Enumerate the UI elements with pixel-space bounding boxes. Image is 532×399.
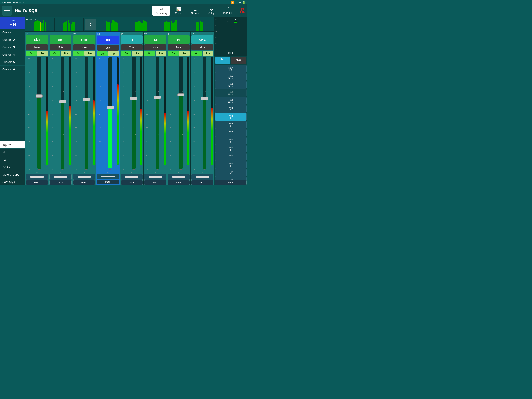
sidebar-item-custom6[interactable]: Custom 6 xyxy=(0,66,25,73)
sidebar-item-custom2[interactable]: Custom 2 xyxy=(0,36,25,44)
channel-name-btn-lp1[interactable]: Kick xyxy=(26,35,48,44)
right-ch-btn-1[interactable]: FX1Send xyxy=(215,73,247,81)
channel-pre-btn-lp1[interactable]: Pre xyxy=(37,51,48,56)
channel-name-btn-lp6[interactable]: T2 xyxy=(144,35,166,44)
fader-track-lp4[interactable]: C G xyxy=(108,58,112,168)
tab-meters[interactable]: 📊 Meters xyxy=(171,6,187,16)
fader-track-lp7[interactable]: C G xyxy=(179,57,183,168)
channel-pre-btn-lp7[interactable]: Pre xyxy=(179,51,190,56)
tab-processing[interactable]: ✉ Processing xyxy=(152,6,170,16)
right-ch-btn-9[interactable]: Aux5 xyxy=(215,137,247,145)
right-ch-btn-3[interactable]: FX3Send xyxy=(215,89,247,97)
right-ch-btn-2[interactable]: FX2Send xyxy=(215,81,247,89)
fader-handle-lp5[interactable] xyxy=(130,97,137,100)
right-ch-btn-14[interactable]: Grp2 xyxy=(215,177,247,180)
fader-track-lp1[interactable]: C G xyxy=(37,57,41,168)
channel-mute-btn-lp2[interactable]: Mute xyxy=(50,45,71,50)
fader-box-lp7[interactable] xyxy=(168,174,190,180)
right-ch-btn-12[interactable]: Aux8 xyxy=(215,161,247,169)
fader-box-lp2[interactable] xyxy=(50,174,72,180)
tab-setup[interactable]: ⚙ Setup xyxy=(204,6,219,16)
fader-box-lp5[interactable] xyxy=(121,174,143,180)
fader-box-lp6[interactable] xyxy=(144,174,166,180)
channel-pre-btn-lp6[interactable]: Pre xyxy=(156,51,166,56)
mute-button-main[interactable]: Mute xyxy=(231,57,246,64)
fader-box-lp1[interactable] xyxy=(26,174,48,180)
fader-box-lp3[interactable] xyxy=(73,174,95,180)
fader-track-lp2[interactable]: C G xyxy=(61,57,64,168)
fader-handle-lp1[interactable] xyxy=(36,95,43,98)
tab-scenes[interactable]: ☰ Scenes xyxy=(187,6,203,16)
right-ch-btn-6[interactable]: Aux2 xyxy=(215,113,247,121)
sidebar-item-mutegroups[interactable]: Mute Groups xyxy=(0,171,25,178)
pafl-btn-lp6[interactable]: PAFL xyxy=(144,180,166,185)
sidebar-item-custom5[interactable]: Custom 5 xyxy=(0,58,25,66)
scroll-arrows-button[interactable]: ▲ ▼ xyxy=(85,19,96,30)
fader-track-lp8[interactable]: C G xyxy=(203,57,206,168)
channel-mute-btn-lp8[interactable]: Mute xyxy=(191,45,213,50)
pafl-btn-lp1[interactable]: PAFL xyxy=(26,180,48,185)
channel-on-btn-lp4[interactable]: On xyxy=(97,51,108,56)
right-ch-btn-4[interactable]: FX4Send xyxy=(215,97,247,105)
fader-track-lp6[interactable]: C G xyxy=(156,57,159,168)
sidebar-item-dcas[interactable]: DCAs xyxy=(0,163,25,171)
pafl-btn-lp7[interactable]: PAFL xyxy=(168,180,190,185)
channel-name-btn-lp8[interactable]: OH L xyxy=(191,35,213,44)
right-ch-btn-8[interactable]: Aux4 xyxy=(215,129,247,137)
channel-mute-btn-lp6[interactable]: Mute xyxy=(144,45,166,50)
fader-box-lp4[interactable] xyxy=(97,174,119,180)
channel-mute-btn-lp3[interactable]: Mute xyxy=(73,45,95,50)
channel-mute-btn-lp4[interactable]: Mute xyxy=(97,45,119,51)
fader-track-lp5[interactable]: C G xyxy=(132,57,136,168)
channel-name-btn-lp5[interactable]: T1 xyxy=(121,35,143,44)
sidebar-item-custom4[interactable]: Custom 4 xyxy=(0,51,25,58)
fader-box-lp8[interactable] xyxy=(191,174,213,180)
channel-name-btn-lp2[interactable]: SnrT xyxy=(50,35,71,44)
pafl-btn-lp2[interactable]: PAFL xyxy=(50,180,72,185)
channel-pre-btn-lp4[interactable]: Pre xyxy=(108,51,119,56)
channel-pre-btn-lp2[interactable]: Pre xyxy=(61,51,71,56)
fader-handle-lp6[interactable] xyxy=(154,96,161,99)
channel-mute-btn-lp5[interactable]: Mute xyxy=(121,45,143,50)
channel-on-btn-lp3[interactable]: On xyxy=(73,51,84,56)
pafl-btn-lp5[interactable]: PAFL xyxy=(121,180,143,185)
pafl-btn-lp8[interactable]: PAFL xyxy=(191,180,213,185)
fader-handle-lp3[interactable] xyxy=(83,98,90,101)
channel-on-btn-lp6[interactable]: On xyxy=(144,51,155,56)
channel-mute-btn-lp1[interactable]: Mute xyxy=(26,45,48,50)
sidebar-item-softkeys[interactable]: Soft Keys xyxy=(0,178,25,186)
menu-button[interactable] xyxy=(2,6,12,16)
channel-on-btn-lp2[interactable]: On xyxy=(50,51,60,56)
channel-name-btn-lp3[interactable]: SnrB xyxy=(73,35,95,44)
fader-handle-lp2[interactable] xyxy=(59,100,66,103)
fader-handle-lp8[interactable] xyxy=(201,97,208,100)
channel-pre-btn-lp8[interactable]: Pre xyxy=(203,51,213,56)
sidebar-item-mix[interactable]: Mix xyxy=(0,148,25,156)
pafl-btn-lp4[interactable]: PAFL xyxy=(97,180,119,185)
aux2-select-btn[interactable]: Aux2 xyxy=(215,57,230,64)
right-ch-btn-11[interactable]: Aux7 xyxy=(215,153,247,161)
right-ch-btn-0[interactable]: MainLR xyxy=(215,65,247,73)
fader-handle-lp4[interactable] xyxy=(107,106,114,109)
channel-name-btn-lp7[interactable]: FT xyxy=(168,35,190,44)
fader-track-lp3[interactable]: C G xyxy=(84,57,88,168)
fader-handle-lp7[interactable] xyxy=(177,93,184,97)
pafl-button-right[interactable]: PAFL xyxy=(215,180,247,185)
channel-pre-btn-lp5[interactable]: Pre xyxy=(132,51,143,56)
sidebar-item-custom1[interactable]: Custom 1 xyxy=(0,29,25,36)
tab-iopatch[interactable]: ⠿ IO Patch xyxy=(220,6,236,16)
channel-on-btn-lp8[interactable]: On xyxy=(191,51,202,56)
channel-on-btn-lp5[interactable]: On xyxy=(121,51,132,56)
channel-name-btn-lp4[interactable]: HH xyxy=(97,36,119,44)
channel-on-btn-lp1[interactable]: On xyxy=(26,51,37,56)
sidebar-item-inputs[interactable]: Inputs xyxy=(0,141,25,148)
right-ch-btn-7[interactable]: Aux3 xyxy=(215,121,247,129)
right-ch-btn-10[interactable]: Aux6 xyxy=(215,145,247,153)
channel-pre-btn-lp3[interactable]: Pre xyxy=(84,51,95,56)
pafl-btn-lp3[interactable]: PAFL xyxy=(73,180,95,185)
channel-on-btn-lp7[interactable]: On xyxy=(168,51,178,56)
channel-mute-btn-lp7[interactable]: Mute xyxy=(168,45,190,50)
sidebar-item-custom3[interactable]: Custom 3 xyxy=(0,44,25,51)
right-ch-btn-5[interactable]: Aux1 xyxy=(215,105,247,113)
right-ch-btn-13[interactable]: Grp1 xyxy=(215,169,247,177)
